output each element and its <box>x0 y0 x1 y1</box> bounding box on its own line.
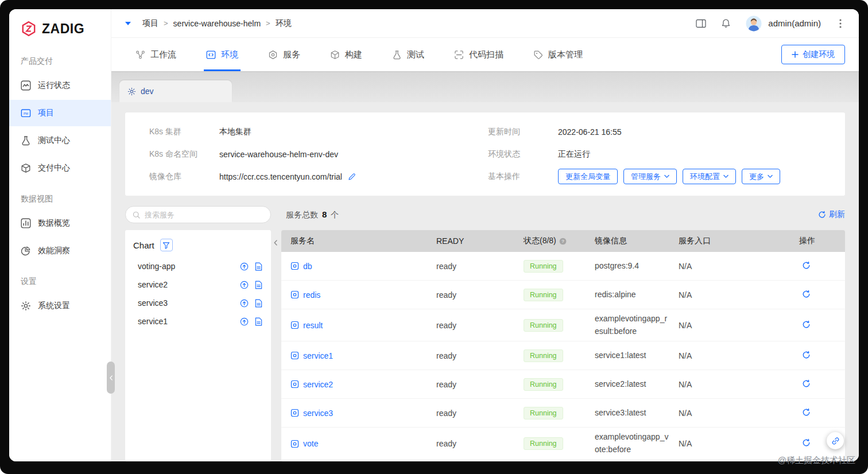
image-cell: service3:latest <box>595 407 679 419</box>
service-name-cell: db <box>290 262 436 271</box>
chart-service-item[interactable]: service2 <box>125 275 271 294</box>
service-link[interactable]: vote <box>290 439 436 448</box>
service-link[interactable]: service2 <box>290 380 436 389</box>
service-link[interactable]: db <box>290 262 436 271</box>
sidebar-item-label: 交付中心 <box>38 163 70 173</box>
create-env-button[interactable]: 创建环境 <box>781 45 845 64</box>
status-cell: Running <box>524 289 595 301</box>
sidebar-item-project[interactable]: PM项目 <box>9 100 111 126</box>
upgrade-service-icon[interactable] <box>240 262 249 271</box>
refresh-button[interactable]: 刷新 <box>818 209 845 220</box>
chart-service-item[interactable]: voting-app <box>125 257 271 275</box>
sidebar-item-test[interactable]: 测试中心 <box>9 127 111 154</box>
env-info-value: https://ccr.ccs.tencentyun.com/trial <box>219 172 342 181</box>
restart-service-icon[interactable] <box>802 320 811 329</box>
status-badge: Running <box>524 437 563 450</box>
restart-service-icon[interactable] <box>802 290 811 298</box>
more-options-icon[interactable] <box>836 19 845 28</box>
tab-workflow[interactable]: 工作流 <box>135 38 176 71</box>
service-detail-icon[interactable] <box>254 317 263 326</box>
table-row: service3readyRunningservice3:latestN/A <box>281 399 845 428</box>
tab-service[interactable]: 服务 <box>268 38 300 71</box>
sidebar-item-insight[interactable]: 效能洞察 <box>9 238 111 264</box>
service-total: 服务总数 8 个 <box>286 209 339 220</box>
sidebar-item-label: 测试中心 <box>38 135 70 146</box>
edit-registry-icon[interactable] <box>348 173 356 181</box>
restart-service-icon[interactable] <box>802 408 811 417</box>
service-detail-icon[interactable] <box>254 281 263 289</box>
upgrade-service-icon[interactable] <box>240 317 249 326</box>
tab-version[interactable]: 版本管理 <box>533 38 583 71</box>
service-detail-icon[interactable] <box>254 262 263 271</box>
image-cell: redis:alpine <box>595 289 679 301</box>
service-link[interactable]: redis <box>290 290 436 300</box>
env-tab-dev[interactable]: dev <box>119 80 232 102</box>
env-content: dev K8s 集群本地集群K8s 命名空间service-warehouse-… <box>111 71 859 461</box>
share-link-floating-button[interactable] <box>827 432 844 449</box>
chart-service-name: service2 <box>138 280 234 289</box>
chart-filter-button[interactable] <box>160 239 173 251</box>
env-action-label: 更多 <box>749 172 764 182</box>
status-cell: Running <box>524 319 595 332</box>
insight-icon <box>21 246 31 256</box>
service-detail-icon[interactable] <box>254 299 263 308</box>
image-cell: service2:latest <box>595 378 679 391</box>
entry-cell: N/A <box>679 409 799 418</box>
breadcrumb-item[interactable]: service-warehouse-helm <box>173 19 261 28</box>
sidebar-item-delivery[interactable]: 交付中心 <box>9 155 111 181</box>
tab-test[interactable]: 测试 <box>392 38 424 71</box>
env-info-label: K8s 集群 <box>149 127 219 137</box>
docs-panel-icon[interactable] <box>696 18 706 29</box>
table-row: service1readyRunningservice1:latestN/A <box>281 341 845 370</box>
sidebar-item-gear[interactable]: 系统设置 <box>9 293 111 319</box>
chart-service-item[interactable]: service1 <box>125 312 271 331</box>
breadcrumb-separator: > <box>266 19 270 28</box>
breadcrumb-item[interactable]: 环境 <box>276 18 292 29</box>
service-icon <box>290 351 299 360</box>
chevron-down-icon <box>664 174 669 179</box>
restart-service-icon[interactable] <box>802 261 811 270</box>
action-cell <box>799 379 845 390</box>
tab-build[interactable]: 构建 <box>330 38 362 71</box>
sidebar-collapse-handle[interactable] <box>107 362 115 394</box>
ready-cell: ready <box>436 321 524 330</box>
env-action-button[interactable]: 管理服务 <box>623 169 677 184</box>
service-link[interactable]: service3 <box>290 409 436 418</box>
column-header: READY <box>436 236 524 246</box>
env-action-button[interactable]: 更新全局变量 <box>558 169 618 184</box>
project-switcher-caret-icon[interactable] <box>125 21 131 26</box>
sidebar-item-status[interactable]: 运行状态 <box>9 72 111 99</box>
env-info-left-column: K8s 集群本地集群K8s 命名空间service-warehouse-helm… <box>149 121 488 188</box>
collapse-chart-panel-icon[interactable] <box>273 240 278 246</box>
tab-env[interactable]: 环境 <box>206 38 238 71</box>
status-badge: Running <box>524 289 563 301</box>
service-icon <box>290 290 299 299</box>
search-input[interactable] <box>145 211 264 219</box>
env-action-button[interactable]: 更多 <box>742 169 780 184</box>
service-link[interactable]: result <box>290 321 436 330</box>
upgrade-service-icon[interactable] <box>240 299 249 308</box>
status-help-icon[interactable]: ? <box>559 238 567 245</box>
service-link[interactable]: service1 <box>290 351 436 360</box>
notifications-bell-icon[interactable] <box>721 18 731 28</box>
test-icon <box>392 50 402 60</box>
chart-service-item[interactable]: service3 <box>125 294 271 312</box>
sidebar-item-overview[interactable]: 数据概览 <box>9 210 111 236</box>
upgrade-service-icon[interactable] <box>240 281 249 289</box>
tab-scan[interactable]: 代码扫描 <box>454 38 503 71</box>
service-icon <box>290 440 299 448</box>
service-search[interactable] <box>125 206 271 223</box>
gear-icon <box>21 301 31 311</box>
table-row: votereadyRunningexamplevotingapp_vote:be… <box>281 428 845 460</box>
restart-service-icon[interactable] <box>802 379 811 388</box>
restart-service-icon[interactable] <box>802 351 811 359</box>
env-action-button[interactable]: 环境配置 <box>683 169 736 184</box>
zadig-logo[interactable]: ZADIG <box>9 9 111 45</box>
user-menu[interactable]: admin(admin) <box>746 15 821 32</box>
restart-service-icon[interactable] <box>802 438 811 447</box>
service-toolbar: 服务总数 8 个 刷新 <box>125 206 845 223</box>
service-name-cell: service3 <box>290 409 436 418</box>
ready-cell: ready <box>436 290 524 300</box>
breadcrumb-item[interactable]: 项目 <box>142 18 158 29</box>
top-header: 项目>service-warehouse-helm>环境 admin(admin… <box>111 9 859 38</box>
